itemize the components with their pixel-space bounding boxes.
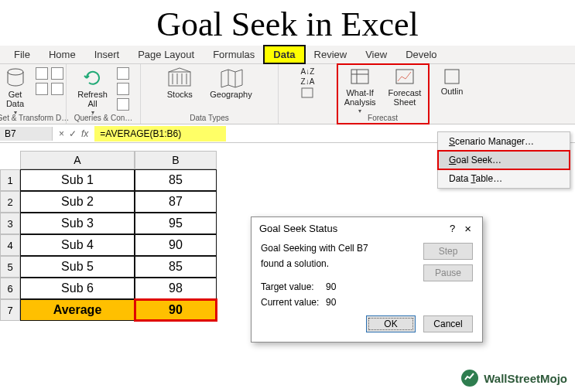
menu-scenario-manager[interactable]: Scenario Manager… [438, 132, 570, 151]
cancel-button[interactable]: Cancel [423, 315, 473, 332]
group-sort-filter: A↓Z Z↓A [279, 64, 337, 124]
refresh-icon [82, 67, 104, 89]
geography-button[interactable]: Geography [207, 67, 255, 99]
cell-b2[interactable]: 87 [135, 191, 217, 213]
tab-formulas[interactable]: Formulas [204, 46, 264, 63]
group-queries: Refresh All ▾ Queries & Con… [67, 64, 141, 124]
group-label: Forecast [368, 114, 398, 122]
ribbon-tabs: File Home Insert Page Layout Formulas Da… [0, 46, 575, 64]
from-text-icon[interactable] [36, 67, 48, 80]
group-label: Data Types [190, 114, 228, 122]
group-data-types: Stocks Geography Data Types [141, 64, 279, 124]
cell-b6[interactable]: 98 [135, 278, 217, 299]
dialog-msg-2: found a solution. [261, 258, 416, 269]
sort-az-button[interactable]: A↓Z [299, 67, 317, 76]
tab-file[interactable]: File [5, 46, 39, 63]
tab-view[interactable]: View [356, 46, 396, 63]
cell-a7[interactable]: Average [20, 299, 135, 321]
stocks-icon [166, 67, 193, 89]
what-if-menu: Scenario Manager… Goal Seek… Data Table… [437, 131, 570, 189]
edit-links-icon[interactable] [117, 98, 129, 111]
queries-smallicons [117, 67, 132, 111]
row-header[interactable]: 7 [0, 299, 20, 321]
group-get-transform: Get Data ▾ Get & Transform D… [0, 64, 67, 124]
tab-home[interactable]: Home [39, 46, 85, 63]
connections-icon[interactable] [117, 67, 129, 80]
forecast-sheet-button[interactable]: Forecast Sheet [385, 67, 425, 107]
col-header-b[interactable]: B [135, 151, 217, 169]
row-header[interactable]: 5 [0, 256, 20, 278]
step-button: Step [423, 243, 473, 260]
what-if-analysis-button[interactable]: What-If Analysis ▾ [341, 67, 379, 114]
dialog-msg-1: Goal Seeking with Cell B7 [261, 243, 416, 254]
cancel-formula-icon[interactable]: × [59, 128, 64, 139]
from-web-icon[interactable] [51, 67, 63, 80]
svg-rect-5 [445, 70, 459, 84]
cell-b4[interactable]: 90 [135, 234, 217, 256]
cell-a6[interactable]: Sub 6 [20, 278, 135, 299]
cell-a1[interactable]: Sub 1 [20, 169, 135, 191]
sort-za-button[interactable]: Z↓A [299, 77, 317, 86]
tab-page-layout[interactable]: Page Layout [128, 46, 204, 63]
chevron-down-icon: ▾ [358, 107, 361, 114]
group-label [451, 114, 453, 122]
watermark: WallStreetMojo [460, 369, 567, 387]
fx-icon[interactable]: fx [81, 128, 88, 139]
group-label: Get & Transform D… [0, 114, 69, 122]
what-if-icon [349, 67, 371, 87]
map-icon [218, 67, 245, 89]
tab-developer[interactable]: Develo [396, 46, 446, 63]
cell-b3[interactable]: 95 [135, 213, 217, 234]
row-header[interactable]: 1 [0, 169, 20, 191]
cell-b1[interactable]: 85 [135, 169, 217, 191]
get-transform-smallicons [36, 67, 65, 95]
group-forecast: What-If Analysis ▾ Forecast Sheet Foreca… [337, 64, 429, 124]
cell-a5[interactable]: Sub 5 [20, 256, 135, 278]
cell-a2[interactable]: Sub 2 [20, 191, 135, 213]
dialog-close-button[interactable]: × [461, 222, 474, 235]
group-outline: Outlin [429, 64, 475, 124]
sort-icon [301, 87, 313, 98]
forecast-icon [394, 67, 416, 87]
enter-formula-icon[interactable]: ✓ [69, 128, 77, 139]
col-header-a[interactable]: A [20, 151, 135, 169]
page-title: Goal Seek in Excel [0, 0, 575, 46]
cell-b5[interactable]: 85 [135, 256, 217, 278]
target-label: Target value: [261, 281, 321, 292]
cell-a4[interactable]: Sub 4 [20, 234, 135, 256]
dialog-help-button[interactable]: ? [443, 223, 461, 234]
svg-rect-4 [396, 70, 413, 84]
recent-sources-icon[interactable] [51, 83, 63, 95]
formula-input[interactable]: =AVERAGE(B1:B6) [94, 126, 226, 141]
menu-goal-seek[interactable]: Goal Seek… [438, 151, 570, 169]
stocks-button[interactable]: Stocks [163, 67, 196, 99]
cell-b7[interactable]: 90 [135, 299, 217, 321]
menu-data-table[interactable]: Data Table… [438, 169, 570, 188]
refresh-all-button[interactable]: Refresh All ▾ [74, 67, 111, 116]
tab-insert[interactable]: Insert [85, 46, 129, 63]
row-header[interactable]: 4 [0, 234, 20, 256]
svg-rect-3 [351, 70, 368, 84]
get-data-button[interactable]: Get Data ▾ [2, 67, 29, 116]
tab-review[interactable]: Review [305, 46, 357, 63]
tab-data[interactable]: Data [264, 46, 304, 63]
wallstreetmojo-logo-icon [460, 369, 479, 387]
outline-icon [443, 67, 461, 86]
row-header[interactable]: 3 [0, 213, 20, 234]
from-table-icon[interactable] [36, 83, 48, 95]
sort-button[interactable] [299, 87, 317, 98]
group-label [306, 114, 309, 122]
svg-rect-1 [169, 72, 190, 86]
ok-button[interactable]: OK [366, 315, 416, 332]
dialog-title: Goal Seek Status [259, 223, 337, 234]
row-header[interactable]: 2 [0, 191, 20, 213]
group-label: Queries & Con… [74, 114, 133, 122]
cell-a3[interactable]: Sub 3 [20, 213, 135, 234]
svg-point-0 [8, 69, 23, 75]
outline-button[interactable]: Outlin [438, 67, 467, 96]
target-value: 90 [326, 281, 336, 292]
row-header[interactable]: 6 [0, 278, 20, 299]
name-box[interactable]: B7 [0, 127, 53, 141]
current-value: 90 [326, 297, 336, 308]
properties-icon[interactable] [117, 83, 129, 95]
